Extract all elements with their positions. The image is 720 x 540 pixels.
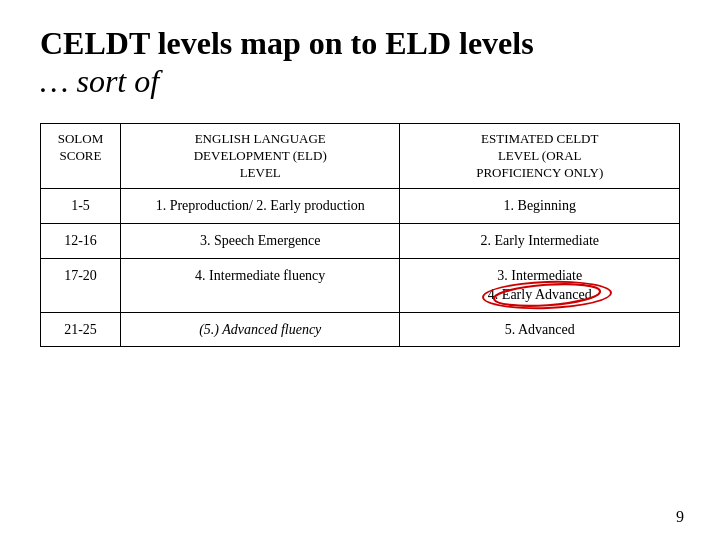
header-eld: ENGLISH LANGUAGEDEVELOPMENT (ELD)LEVEL bbox=[120, 123, 400, 189]
celdt-row1: 1. Beginning bbox=[400, 189, 680, 224]
table-row: 1-5 1. Preproduction/ 2. Early productio… bbox=[41, 189, 680, 224]
eld-row1: 1. Preproduction/ 2. Early production bbox=[120, 189, 400, 224]
score-12-16: 12-16 bbox=[41, 224, 121, 259]
title-main: CELDT levels map on to ELD levels bbox=[40, 25, 534, 61]
table-row: 17-20 4. Intermediate fluency 3. Interme… bbox=[41, 258, 680, 312]
score-17-20: 17-20 bbox=[41, 258, 121, 312]
celdt-row3: 3. Intermediate 4. Early Advanced bbox=[400, 258, 680, 312]
eld-row3: 4. Intermediate fluency bbox=[120, 258, 400, 312]
table-row: 12-16 3. Speech Emergence 2. Early Inter… bbox=[41, 224, 680, 259]
eld-row4: (5.) Advanced fluency bbox=[120, 312, 400, 347]
page-number: 9 bbox=[676, 508, 684, 526]
celdt-table: SOLOMSCORE ENGLISH LANGUAGEDEVELOPMENT (… bbox=[40, 123, 680, 348]
early-advanced-wrapper: 4. Early Advanced bbox=[488, 285, 592, 305]
header-solom: SOLOMSCORE bbox=[41, 123, 121, 189]
eld-row2: 3. Speech Emergence bbox=[120, 224, 400, 259]
celdt-row2: 2. Early Intermediate bbox=[400, 224, 680, 259]
score-21-25: 21-25 bbox=[41, 312, 121, 347]
table-row: 21-25 (5.) Advanced fluency 5. Advanced bbox=[41, 312, 680, 347]
title-sub: … sort of bbox=[40, 63, 159, 99]
early-advanced-label: 4. Early Advanced bbox=[488, 287, 592, 302]
header-celdt: ESTIMATED CELDTLEVEL (ORALPROFICIENCY ON… bbox=[400, 123, 680, 189]
score-1-5: 1-5 bbox=[41, 189, 121, 224]
page-container: CELDT levels map on to ELD levels … sort… bbox=[0, 0, 720, 540]
table-header-row: SOLOMSCORE ENGLISH LANGUAGEDEVELOPMENT (… bbox=[41, 123, 680, 189]
page-title: CELDT levels map on to ELD levels … sort… bbox=[40, 24, 680, 101]
celdt-row4: 5. Advanced bbox=[400, 312, 680, 347]
